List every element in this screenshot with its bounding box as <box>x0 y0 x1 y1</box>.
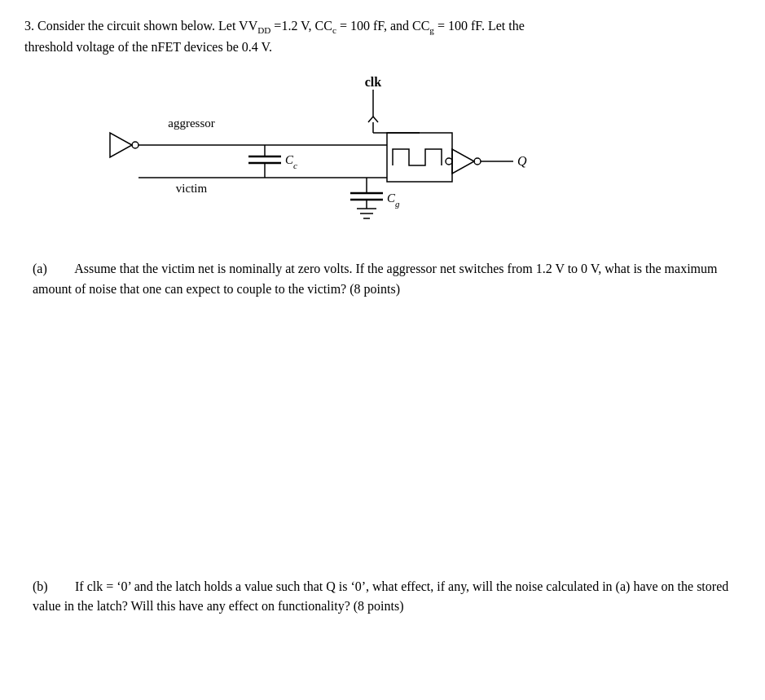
circuit-diagram: clk aggressor victim Cc Cg <box>73 72 627 243</box>
aggressor-buffer <box>110 133 132 157</box>
circuit-svg: clk aggressor victim Cc Cg <box>98 72 603 243</box>
vdd-subscript-label: VDD <box>248 19 271 33</box>
part-b-section: (b) If clk = ‘0’ and the latch holds a v… <box>24 577 741 618</box>
latch-box <box>387 133 452 182</box>
part-b-content: If clk = ‘0’ and the latch holds a value… <box>33 579 728 614</box>
victim-label: victim <box>176 182 208 195</box>
clk-arrow-left <box>368 117 373 122</box>
part-b-text: (b) If clk = ‘0’ and the latch holds a v… <box>33 577 732 618</box>
q-label-text: Q <box>517 154 527 168</box>
clk-arrow-right <box>373 117 378 122</box>
part-a-content: Assume that the victim net is nominally … <box>33 262 718 296</box>
part-b-label: (b) <box>33 577 72 597</box>
part-a-section: (a) Assume that the victim net is nomina… <box>24 259 741 300</box>
output-buffer <box>452 149 474 174</box>
cc-label-text: Cc <box>285 153 297 170</box>
cc-label: Cc <box>323 19 336 33</box>
header-text-1: Consider the circuit shown below. Let V <box>37 19 248 33</box>
part-a-label: (a) <box>33 259 72 280</box>
header-line2: threshold voltage of the nFET devices be… <box>24 40 272 54</box>
clk-label: clk <box>365 75 382 89</box>
aggressor-label: aggressor <box>168 117 214 130</box>
header-mid3: = 100 fF. Let the <box>434 19 525 33</box>
cg-label-text: Cg <box>387 192 400 209</box>
header-mid2: = 100 fF, and C <box>336 19 421 33</box>
output-buffer-circle-in <box>446 158 452 165</box>
cg-label: Cg <box>421 19 434 33</box>
header-mid1: =1.2 V, C <box>270 19 323 33</box>
waveform <box>393 149 442 165</box>
problem-header: 3. Consider the circuit shown below. Let… <box>24 16 741 57</box>
problem-number: 3. <box>24 19 34 33</box>
part-a-text: (a) Assume that the victim net is nomina… <box>33 259 732 300</box>
